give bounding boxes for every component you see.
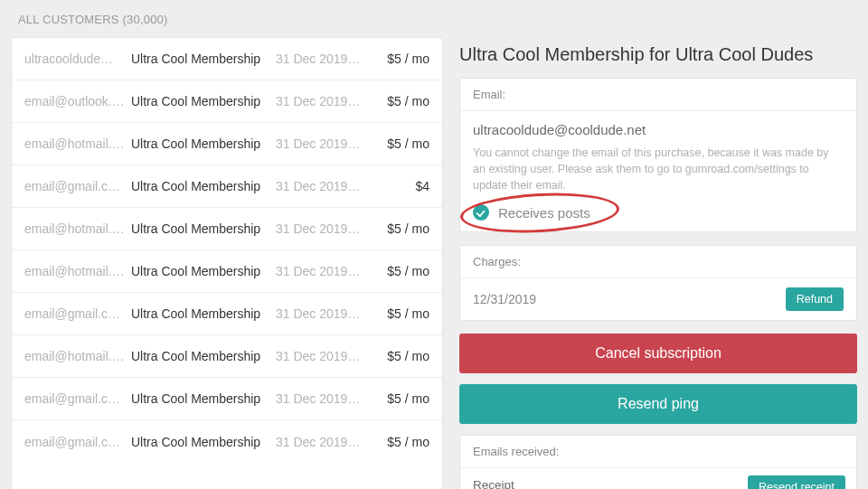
row-email: email@gmail.c…	[24, 179, 131, 193]
row-date: 31 Dec 2019…	[276, 391, 366, 406]
table-row[interactable]: email@hotmail.…Ultra Cool Membership31 D…	[12, 250, 442, 293]
customer-detail-panel: Ultra Cool Membership for Ultra Cool Dud…	[459, 37, 857, 489]
row-email: email@outlook.…	[24, 94, 131, 108]
charge-date: 12/31/2019	[473, 292, 536, 306]
row-price: $5 / mo	[366, 221, 429, 236]
receives-posts-label: Receives posts	[498, 205, 590, 221]
table-row[interactable]: email@outlook.…Ultra Cool Membership31 D…	[12, 80, 442, 123]
row-price: $5 / mo	[366, 264, 429, 278]
customer-list: ultracooldude…Ultra Cool Membership31 De…	[11, 37, 443, 489]
emails-received-card: Emails received: Receipt Delivered 12/31…	[459, 435, 857, 489]
row-price: $5 / mo	[366, 435, 429, 449]
row-date: 31 Dec 2019…	[276, 94, 366, 108]
table-row[interactable]: email@gmail.c…Ultra Cool Membership31 De…	[12, 293, 442, 335]
table-row[interactable]: ultracooldude…Ultra Cool Membership31 De…	[12, 38, 442, 80]
table-row[interactable]: email@hotmail.…Ultra Cool Membership31 D…	[12, 123, 442, 165]
row-product: Ultra Cool Membership	[131, 52, 276, 66]
row-date: 31 Dec 2019…	[276, 221, 366, 236]
row-product: Ultra Cool Membership	[131, 94, 276, 108]
row-product: Ultra Cool Membership	[131, 221, 276, 236]
row-date: 31 Dec 2019…	[276, 306, 366, 321]
row-price: $5 / mo	[366, 306, 429, 321]
resend-ping-button[interactable]: Resend ping	[459, 384, 857, 424]
row-product: Ultra Cool Membership	[131, 391, 276, 406]
row-email: email@hotmail.…	[24, 264, 131, 278]
row-email: email@gmail.c…	[24, 391, 131, 406]
refund-button[interactable]: Refund	[786, 287, 844, 311]
charges-card: Charges: 12/31/2019 Refund	[459, 245, 857, 321]
page-header: ALL CUSTOMERS (30,000)	[0, 0, 868, 37]
row-price: $5 / mo	[366, 52, 429, 66]
row-price: $5 / mo	[366, 94, 429, 108]
table-row[interactable]: email@hotmail.…Ultra Cool Membership31 D…	[12, 208, 442, 250]
row-email: email@hotmail.…	[24, 221, 131, 236]
row-email: email@gmail.c…	[24, 435, 131, 449]
row-email: email@hotmail.…	[24, 349, 131, 363]
table-row[interactable]: email@gmail.c…Ultra Cool Membership31 De…	[12, 378, 442, 420]
row-email: email@gmail.c…	[24, 306, 131, 321]
email-value: ultracooldude@cooldude.net	[473, 122, 844, 137]
email-label: Email:	[473, 88, 505, 101]
row-product: Ultra Cool Membership	[131, 435, 276, 449]
row-product: Ultra Cool Membership	[131, 349, 276, 363]
table-row[interactable]: email@gmail.c…Ultra Cool Membership31 De…	[12, 165, 442, 208]
row-date: 31 Dec 2019…	[276, 349, 366, 363]
row-price: $4	[366, 179, 429, 193]
row-price: $5 / mo	[366, 136, 429, 151]
row-date: 31 Dec 2019…	[276, 52, 366, 66]
receipt-link[interactable]: Receipt	[473, 478, 514, 489]
table-row[interactable]: email@gmail.c…Ultra Cool Membership31 De…	[12, 420, 442, 463]
charges-card-head: Charges:	[460, 246, 856, 278]
emails-received-label: Emails received:	[473, 445, 559, 458]
row-email: ultracooldude…	[24, 52, 131, 66]
email-card-head: Email:	[460, 79, 856, 111]
email-note: You cannot change the email of this purc…	[473, 145, 844, 193]
cancel-subscription-button[interactable]: Cancel subscription	[459, 334, 857, 373]
row-date: 31 Dec 2019…	[276, 435, 366, 449]
row-price: $5 / mo	[366, 349, 429, 363]
table-row[interactable]: email@hotmail.…Ultra Cool Membership31 D…	[12, 335, 442, 378]
row-price: $5 / mo	[366, 391, 429, 406]
row-product: Ultra Cool Membership	[131, 306, 276, 321]
row-date: 31 Dec 2019…	[276, 179, 366, 193]
row-product: Ultra Cool Membership	[131, 136, 276, 151]
all-customers-title: ALL CUSTOMERS (30,000)	[18, 13, 168, 26]
emails-received-head: Emails received:	[460, 436, 856, 468]
row-product: Ultra Cool Membership	[131, 264, 276, 278]
row-date: 31 Dec 2019…	[276, 136, 366, 151]
row-email: email@hotmail.…	[24, 136, 131, 151]
receives-posts-row[interactable]: Receives posts	[473, 204, 844, 221]
check-icon	[473, 204, 489, 221]
charges-label: Charges:	[473, 255, 521, 268]
resend-receipt-button[interactable]: Resend receipt	[748, 475, 845, 489]
row-product: Ultra Cool Membership	[131, 179, 276, 193]
detail-title: Ultra Cool Membership for Ultra Cool Dud…	[459, 44, 857, 65]
email-card: Email: ultracooldude@cooldude.net You ca…	[459, 78, 857, 232]
row-date: 31 Dec 2019…	[276, 264, 366, 278]
